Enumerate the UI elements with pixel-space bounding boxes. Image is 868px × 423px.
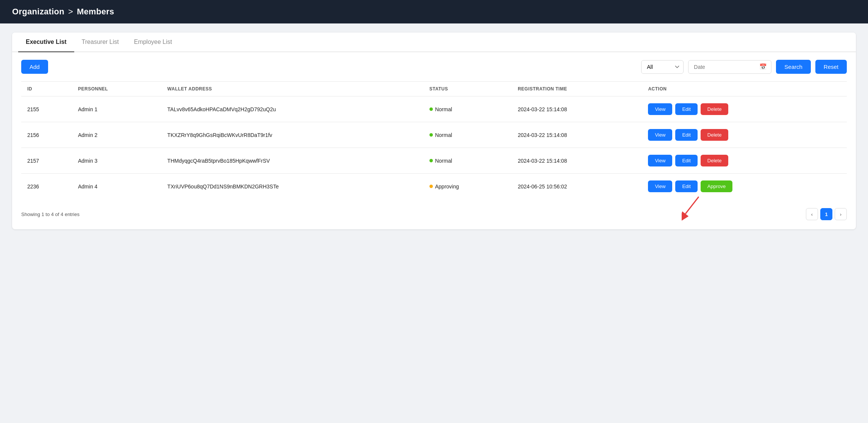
view-button[interactable]: View: [648, 155, 672, 166]
edit-button[interactable]: Edit: [675, 180, 697, 192]
edit-button[interactable]: Edit: [675, 103, 697, 115]
col-id: ID: [21, 82, 72, 96]
edit-button[interactable]: Edit: [675, 155, 697, 166]
cell-reg-time: 2024-06-25 10:56:02: [512, 174, 642, 199]
status-label: Normal: [435, 106, 452, 112]
cell-wallet: TALvv8v65AdkoHPACaDMVq2H2gD792uQ2u: [161, 96, 423, 122]
status-dot: [429, 185, 433, 188]
col-status: STATUS: [423, 82, 512, 96]
tab-executive[interactable]: Executive List: [18, 33, 74, 52]
cell-id: 2236: [21, 174, 72, 199]
date-filter-wrapper: 📅: [688, 60, 771, 74]
cell-reg-time: 2024-03-22 15:14:08: [512, 96, 642, 122]
status-label: Approving: [435, 184, 459, 190]
cell-id: 2155: [21, 96, 72, 122]
reset-button[interactable]: Reset: [815, 60, 847, 74]
cell-personnel: Admin 1: [72, 96, 161, 122]
main-content: Executive List Treasurer List Employee L…: [0, 23, 868, 238]
cell-action: ViewEditDelete: [642, 122, 847, 148]
status-dot: [429, 159, 433, 162]
col-reg-time: REGISTRATION TIME: [512, 82, 642, 96]
table-header-row: ID PERSONNEL WALLET ADDRESS STATUS REGIS…: [21, 82, 847, 96]
cell-reg-time: 2024-03-22 15:14:08: [512, 148, 642, 174]
view-button[interactable]: View: [648, 103, 672, 115]
cell-id: 2157: [21, 148, 72, 174]
top-header: Organization > Members: [0, 0, 868, 23]
delete-button[interactable]: Delete: [701, 129, 729, 141]
view-button[interactable]: View: [648, 180, 672, 192]
cell-personnel: Admin 3: [72, 148, 161, 174]
cell-personnel: Admin 2: [72, 122, 161, 148]
pagination-next[interactable]: ›: [835, 208, 847, 220]
col-action: ACTION: [642, 82, 847, 96]
cell-action: ViewEditDelete: [642, 96, 847, 122]
view-button[interactable]: View: [648, 129, 672, 141]
cell-status: Normal: [423, 122, 512, 148]
cell-action: ViewEditDelete: [642, 148, 847, 174]
table-row: 2157Admin 3THMdyqgcQ4raB5tprvBo185HpKqww…: [21, 148, 847, 174]
data-table: ID PERSONNEL WALLET ADDRESS STATUS REGIS…: [21, 81, 847, 199]
approve-button[interactable]: Approve: [701, 180, 732, 192]
date-input[interactable]: [688, 60, 771, 74]
cell-id: 2156: [21, 122, 72, 148]
status-filter-select[interactable]: All Normal Approving: [641, 60, 684, 74]
delete-button[interactable]: Delete: [701, 103, 729, 115]
table-row: 2155Admin 1TALvv8v65AdkoHPACaDMVq2H2gD79…: [21, 96, 847, 122]
showing-text: Showing 1 to 4 of 4 entries: [21, 212, 80, 217]
cell-wallet: TXriUVP6ou8qQ7Dd1NS9nBMKDN2GRH3STe: [161, 174, 423, 199]
edit-button[interactable]: Edit: [675, 129, 697, 141]
cell-status: Approving: [423, 174, 512, 199]
breadcrumb-separator: >: [68, 7, 73, 17]
tab-treasurer[interactable]: Treasurer List: [74, 33, 126, 52]
cell-status: Normal: [423, 96, 512, 122]
page-title: Members: [77, 7, 114, 17]
add-button[interactable]: Add: [21, 60, 48, 74]
col-wallet: WALLET ADDRESS: [161, 82, 423, 96]
table-row: 2156Admin 2TKXZRrY8q9GhGsRqiBcWKvUrR8DaT…: [21, 122, 847, 148]
cell-action: ViewEditApprove: [642, 174, 847, 199]
table-footer: Showing 1 to 4 of 4 entries ‹ 1 ›: [21, 202, 847, 222]
col-personnel: PERSONNEL: [72, 82, 161, 96]
search-button[interactable]: Search: [776, 60, 811, 74]
table-area: Add All Normal Approving 📅 Search Reset: [12, 52, 856, 229]
cell-status: Normal: [423, 148, 512, 174]
toolbar: Add All Normal Approving 📅 Search Reset: [21, 60, 847, 74]
cell-personnel: Admin 4: [72, 174, 161, 199]
status-label: Normal: [435, 158, 452, 164]
tab-header: Executive List Treasurer List Employee L…: [12, 33, 856, 52]
tab-employee[interactable]: Employee List: [126, 33, 180, 52]
delete-button[interactable]: Delete: [701, 155, 729, 166]
table-row: 2236Admin 4TXriUVP6ou8qQ7Dd1NS9nBMKDN2GR…: [21, 174, 847, 199]
pagination-prev[interactable]: ‹: [806, 208, 818, 220]
pagination: ‹ 1 ›: [806, 208, 847, 220]
org-label: Organization: [12, 7, 64, 17]
pagination-page-1[interactable]: 1: [820, 208, 832, 220]
cell-wallet: THMdyqgcQ4raB5tprvBo185HpKqwwfFrSV: [161, 148, 423, 174]
status-label: Normal: [435, 132, 452, 138]
cell-reg-time: 2024-03-22 15:14:08: [512, 122, 642, 148]
tab-container: Executive List Treasurer List Employee L…: [12, 33, 856, 229]
status-dot: [429, 107, 433, 111]
cell-wallet: TKXZRrY8q9GhGsRqiBcWKvUrR8DaT9r1fv: [161, 122, 423, 148]
status-dot: [429, 133, 433, 137]
